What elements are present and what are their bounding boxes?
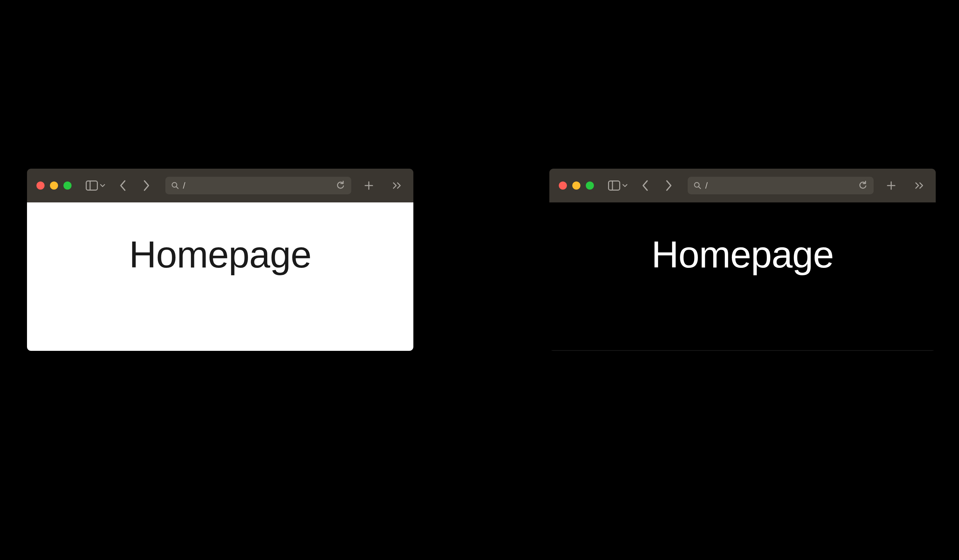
close-window-button[interactable] (37, 181, 45, 189)
page-heading: Homepage (652, 233, 834, 276)
address-text: / (183, 181, 332, 190)
browser-toolbar: / (550, 169, 936, 202)
new-tab-button[interactable] (362, 179, 376, 192)
search-icon (694, 182, 701, 189)
browser-window-light: / Homepage (27, 169, 413, 351)
toolbar-right (362, 179, 404, 192)
svg-line-9 (699, 187, 701, 189)
address-text: / (705, 181, 855, 190)
close-window-button[interactable] (559, 181, 567, 189)
back-button[interactable] (116, 179, 129, 192)
chevron-down-icon[interactable] (99, 179, 106, 192)
browser-toolbar: / (27, 169, 413, 202)
browser-window-dark: / Homepage (550, 169, 936, 351)
page-content: Homepage (550, 202, 936, 351)
back-button[interactable] (639, 179, 652, 192)
minimize-window-button[interactable] (572, 181, 580, 189)
traffic-lights (559, 181, 594, 189)
nav-arrows (639, 179, 675, 192)
page-content: Homepage (27, 202, 413, 351)
forward-button[interactable] (140, 179, 153, 192)
sidebar-toggle-group (607, 179, 628, 192)
address-bar[interactable]: / (165, 177, 351, 194)
overflow-button[interactable] (390, 179, 404, 192)
traffic-lights (37, 181, 72, 189)
toolbar-right (884, 179, 926, 192)
sidebar-toggle-group (85, 179, 106, 192)
search-icon (171, 182, 179, 189)
overflow-button[interactable] (913, 179, 926, 192)
svg-line-3 (177, 187, 178, 189)
address-bar[interactable]: / (688, 177, 874, 194)
minimize-window-button[interactable] (50, 181, 58, 189)
nav-arrows (116, 179, 153, 192)
chevron-down-icon[interactable] (621, 179, 628, 192)
svg-rect-0 (86, 181, 97, 190)
sidebar-icon[interactable] (607, 179, 621, 192)
reload-button[interactable] (336, 181, 345, 190)
zoom-window-button[interactable] (64, 181, 72, 189)
sidebar-icon[interactable] (85, 179, 99, 192)
new-tab-button[interactable] (884, 179, 898, 192)
reload-button[interactable] (859, 181, 868, 190)
page-heading: Homepage (129, 233, 311, 276)
svg-rect-6 (609, 181, 620, 190)
forward-button[interactable] (662, 179, 675, 192)
zoom-window-button[interactable] (586, 181, 594, 189)
